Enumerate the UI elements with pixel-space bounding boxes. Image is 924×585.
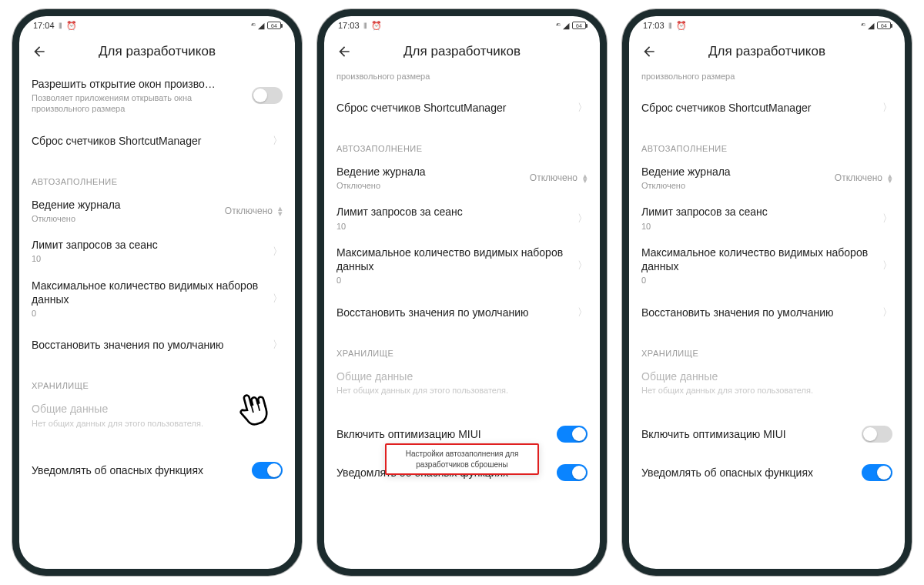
row-reset-shortcutmanager[interactable]: Сброс счетчиков ShortcutManager 〉 [32, 122, 283, 160]
page-title: Для разработчиков [360, 44, 564, 59]
row-restore-defaults[interactable]: Восстановить значения по умолчанию 〉 [336, 293, 588, 332]
phone-2: 17:03 ⫴ ⏰ ⁴ᴳ ◢ 64 Для разработчиков прои… [317, 9, 607, 576]
row-title: Максимальное количество видимых наборов … [336, 246, 578, 273]
back-button[interactable] [329, 36, 360, 67]
settings-list[interactable]: произвольного размера Сброс счетчиков Sh… [629, 70, 905, 569]
title-bar: Для разработчиков [629, 33, 905, 70]
arrow-left-icon [32, 44, 47, 59]
chevron-right-icon: 〉 [273, 134, 283, 148]
chevron-right-icon: 〉 [273, 292, 283, 306]
chevron-right-icon: 〉 [882, 259, 892, 272]
row-title: Ведение журнала [336, 165, 530, 179]
row-title: Разрешить открытие окон произво… [32, 77, 252, 91]
vibrate-icon: ⫴ [363, 21, 367, 31]
toggle-allow-resize[interactable] [252, 87, 283, 104]
chevron-right-icon: 〉 [578, 259, 588, 272]
row-title: Уведомлять об опасных функциях [641, 466, 862, 480]
section-storage: ХРАНИЛИЩЕ [32, 364, 283, 395]
section-autofill: АВТОЗАПОЛНЕНИЕ [336, 127, 588, 158]
row-value: Отключено [835, 172, 882, 183]
row-title: Максимальное количество видимых наборов … [641, 246, 882, 273]
settings-list[interactable]: произвольного размера Сброс счетчиков Sh… [324, 70, 600, 569]
section-autofill: АВТОЗАПОЛНЕНИЕ [32, 160, 283, 191]
toggle-miui[interactable] [862, 426, 892, 443]
row-subtitle: 0 [641, 275, 882, 286]
row-title: Ведение журнала [641, 165, 835, 179]
row-danger-functions[interactable]: Уведомлять об опасных функциях [641, 453, 892, 492]
row-value: Отключено [225, 206, 273, 216]
battery-icon: 64 [877, 22, 891, 29]
toggle-miui[interactable] [557, 426, 588, 443]
row-title: Сброс счетчиков ShortcutManager [32, 134, 273, 148]
row-subtitle: Нет общих данных для этого пользователя. [32, 418, 283, 429]
back-button[interactable] [24, 36, 55, 67]
settings-list[interactable]: Разрешить открытие окон произво… Позволя… [19, 70, 295, 569]
signal-icon: ◢ [258, 21, 264, 31]
row-title: Сброс счетчиков ShortcutManager [336, 101, 578, 115]
row-max-datasets[interactable]: Максимальное количество видимых наборов … [641, 239, 892, 293]
row-title: Общие данные [336, 369, 588, 383]
row-title: Максимальное количество видимых наборов … [32, 279, 273, 306]
row-request-limit[interactable]: Лимит запросов за сеанс 10 〉 [32, 231, 283, 271]
row-max-datasets[interactable]: Максимальное количество видимых наборов … [32, 272, 283, 326]
clock: 17:03 [643, 21, 665, 30]
row-request-limit[interactable]: Лимит запросов за сеанс 10 〉 [641, 198, 892, 238]
section-storage: ХРАНИЛИЩЕ [336, 332, 588, 363]
row-max-datasets[interactable]: Максимальное количество видимых наборов … [336, 239, 588, 293]
page-title: Для разработчиков [55, 44, 259, 59]
signal-icon: ◢ [563, 21, 569, 31]
page-title: Для разработчиков [665, 44, 869, 59]
row-subtitle: Отключено [641, 180, 835, 191]
row-subtitle: 0 [32, 308, 273, 319]
row-restore-defaults[interactable]: Восстановить значения по умолчанию 〉 [641, 293, 892, 332]
section-autofill: АВТОЗАПОЛНЕНИЕ [641, 127, 892, 158]
cut-subtitle: произвольного размера [336, 70, 588, 89]
row-logging[interactable]: Ведение журнала Отключено Отключено ▴▾ [641, 158, 892, 198]
row-title: Общие данные [641, 369, 892, 383]
alarm-icon: ⏰ [66, 21, 77, 31]
status-bar: 17:03 ⫴ ⏰ ⁴ᴳ ◢ 64 [324, 16, 600, 33]
network-icon: ⁴ᴳ [861, 22, 865, 29]
updown-icon: ▴▾ [583, 173, 588, 183]
row-logging[interactable]: Ведение журнала Отключено Отключено ▴▾ [336, 158, 588, 198]
cut-subtitle: произвольного размера [641, 70, 892, 89]
row-title: Сброс счетчиков ShortcutManager [641, 101, 882, 115]
row-title: Ведение журнала [32, 198, 225, 212]
chevron-right-icon: 〉 [578, 212, 588, 226]
alarm-icon: ⏰ [371, 21, 382, 31]
back-button[interactable] [634, 36, 665, 67]
phone-1: 17:04 ⫴ ⏰ ⁴ᴳ ◢ 64 Для разработчиков Разр… [12, 9, 302, 576]
row-title: Восстановить значения по умолчанию [32, 338, 273, 352]
row-allow-resize[interactable]: Разрешить открытие окон произво… Позволя… [32, 70, 283, 122]
row-subtitle: Позволяет приложениям открывать окна про… [32, 92, 252, 115]
row-restore-defaults[interactable]: Восстановить значения по умолчанию 〉 [32, 326, 283, 364]
status-bar: 17:04 ⫴ ⏰ ⁴ᴳ ◢ 64 [19, 16, 295, 33]
row-request-limit[interactable]: Лимит запросов за сеанс 10 〉 [336, 198, 588, 238]
toggle-danger[interactable] [862, 464, 892, 481]
updown-icon: ▴▾ [278, 206, 283, 216]
row-title: Включить оптимизацию MIUI [336, 427, 557, 441]
chevron-right-icon: 〉 [882, 306, 892, 319]
row-reset-shortcutmanager[interactable]: Сброс счетчиков ShortcutManager 〉 [336, 89, 588, 127]
chevron-right-icon: 〉 [273, 338, 283, 352]
clock: 17:04 [33, 21, 55, 30]
row-subtitle: Отключено [32, 213, 225, 224]
row-danger-functions[interactable]: Уведомлять об опасных функциях [32, 451, 283, 490]
toggle-danger[interactable] [557, 464, 588, 481]
row-logging[interactable]: Ведение журнала Отключено Отключено ▴▾ [32, 191, 283, 231]
row-title: Лимит запросов за сеанс [32, 238, 273, 252]
network-icon: ⁴ᴳ [556, 22, 560, 29]
toggle-danger[interactable] [252, 462, 283, 479]
row-miui-optimization[interactable]: Включить оптимизацию MIUI [641, 415, 892, 453]
arrow-left-icon [641, 44, 657, 59]
vibrate-icon: ⫴ [59, 21, 62, 31]
chevron-right-icon: 〉 [882, 101, 892, 115]
row-reset-shortcutmanager[interactable]: Сброс счетчиков ShortcutManager 〉 [641, 89, 892, 127]
row-title: Общие данные [32, 402, 283, 416]
toast-message: Настройки автозаполнения для разработчик… [385, 443, 539, 475]
row-shared-data: Общие данные Нет общих данных для этого … [641, 363, 892, 403]
row-subtitle: 10 [336, 221, 578, 232]
updown-icon: ▴▾ [888, 173, 892, 183]
network-icon: ⁴ᴳ [251, 22, 255, 29]
arrow-left-icon [336, 44, 352, 59]
